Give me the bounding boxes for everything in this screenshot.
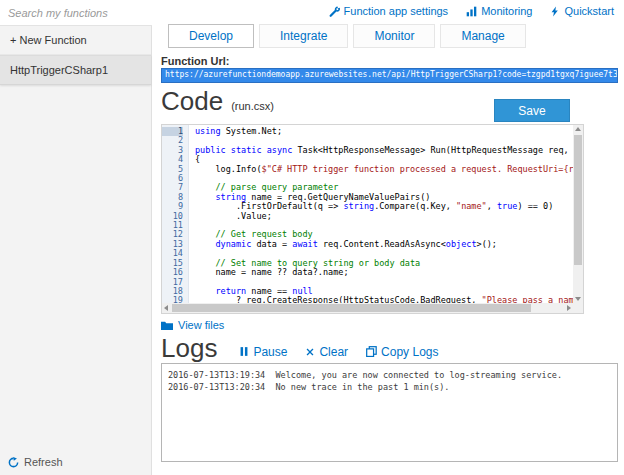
chart-icon	[466, 6, 477, 17]
line-number: 19	[162, 296, 183, 303]
code-line: name = name ?? data?.name;	[195, 268, 573, 277]
refresh-label: Refresh	[24, 456, 63, 468]
hscroll-thumb[interactable]	[172, 304, 531, 312]
new-function-button[interactable]: + New Function	[0, 26, 151, 55]
logctl-label: Pause	[253, 345, 287, 359]
search-input[interactable]	[0, 0, 152, 26]
code-line: log.Info($"C# HTTP trigger function proc…	[195, 165, 573, 174]
pause-icon	[239, 346, 249, 357]
view-files-link[interactable]: View files	[161, 319, 224, 331]
editor-vertical-scrollbar[interactable]	[573, 125, 583, 303]
save-button[interactable]: Save	[494, 99, 570, 122]
log-entry: 2016-07-13T13:20:34 No new trace in the …	[168, 381, 611, 393]
log-controls: PauseClearCopy Logs	[239, 339, 438, 359]
code-line: using System.Net;	[195, 127, 573, 136]
code-line: public static async Task<HttpResponseMes…	[195, 146, 573, 155]
code-editor[interactable]: 12345678910111213141516171819 using Syst…	[161, 124, 584, 314]
toplink-label: Monitoring	[481, 5, 532, 17]
scroll-right-arrow-icon[interactable]	[567, 305, 571, 311]
editor-code-area[interactable]: using System.Net; public static async Ta…	[190, 125, 573, 303]
folder-icon	[161, 320, 173, 331]
code-line: ? req.CreateResponse(HttpStatusCode.BadR…	[195, 296, 573, 303]
refresh-button[interactable]: Refresh	[8, 456, 63, 468]
code-filename: (run.csx)	[231, 100, 274, 112]
function-url-label: Function Url:	[161, 55, 229, 67]
toplink-label: Quickstart	[564, 5, 614, 17]
top-links: Function app settingsMonitoringQuickstar…	[329, 5, 614, 17]
sidebar-item-httptriggercsharp1[interactable]: HttpTriggerCSharp1	[0, 55, 151, 85]
wrench-icon	[329, 6, 340, 17]
scroll-up-arrow-icon[interactable]	[575, 127, 581, 131]
toplink-label: Function app settings	[344, 5, 449, 17]
editor-gutter: 12345678910111213141516171819	[162, 125, 189, 303]
logctl-label: Clear	[319, 345, 348, 359]
logs-title: Logs	[161, 333, 217, 364]
main-panel: Function app settingsMonitoringQuickstar…	[153, 0, 624, 475]
toplink-monitoring[interactable]: Monitoring	[466, 5, 532, 17]
code-title: Code	[161, 86, 223, 117]
toplink-function-app-settings[interactable]: Function app settings	[329, 5, 449, 17]
clear-button[interactable]: Clear	[305, 345, 348, 359]
code-line: .Value;	[195, 212, 573, 221]
lightning-icon	[550, 6, 560, 17]
pause-button[interactable]: Pause	[239, 345, 287, 359]
copy-icon	[366, 346, 377, 357]
scrollbar-corner	[573, 303, 583, 313]
code-line: dynamic data = await req.Content.ReadAsA…	[195, 240, 573, 249]
copy-logs-button[interactable]: Copy Logs	[366, 345, 438, 359]
sidebar: + New Function HttpTriggerCSharp1 Refres…	[0, 0, 152, 475]
logctl-label: Copy Logs	[381, 345, 438, 359]
scroll-down-arrow-icon[interactable]	[575, 297, 581, 301]
clear-icon	[305, 347, 315, 357]
scroll-left-arrow-icon[interactable]	[164, 305, 168, 311]
content: Function Url: https://azurefunctiondemoa…	[161, 45, 618, 475]
editor-horizontal-scrollbar[interactable]	[162, 303, 573, 313]
code-title-row: Code (run.csx)	[161, 86, 274, 117]
log-console[interactable]: 2016-07-13T13:19:34 Welcome, you are now…	[161, 363, 618, 462]
refresh-icon	[8, 457, 19, 468]
function-url-value[interactable]: https://azurefunctiondemoapp.azurewebsit…	[161, 68, 618, 83]
toplink-quickstart[interactable]: Quickstart	[550, 5, 614, 17]
logs-title-row: Logs PauseClearCopy Logs	[161, 333, 438, 364]
view-files-label: View files	[178, 319, 224, 331]
vscroll-thumb[interactable]	[574, 135, 582, 265]
app-root: + New Function HttpTriggerCSharp1 Refres…	[0, 0, 624, 475]
log-entry: 2016-07-13T13:19:34 Welcome, you are now…	[168, 369, 611, 381]
